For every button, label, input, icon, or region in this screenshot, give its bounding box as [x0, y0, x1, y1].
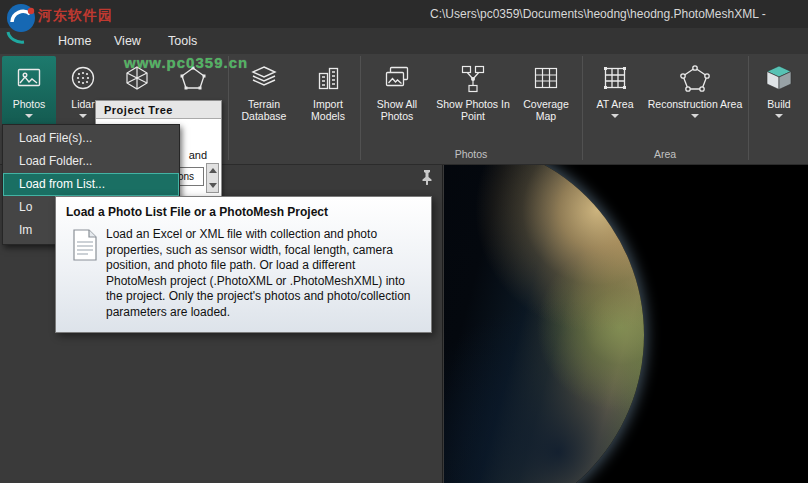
ribbon-button-import-models[interactable]: Import Models — [299, 56, 357, 140]
watermark-url-text: www.pc0359.cn — [124, 54, 248, 71]
photomesh-window: C:\Users\pc0359\Documents\heodng\heodng.… — [0, 0, 808, 483]
coverage-map-icon — [531, 63, 561, 93]
document-icon — [66, 227, 106, 320]
ribbon-button-reconstruction-area[interactable]: Reconstruction Area — [646, 56, 744, 140]
ribbon-separator — [360, 56, 361, 160]
chevron-down-icon — [611, 114, 619, 118]
project-tree-text-fragment: and — [189, 149, 207, 161]
build-cube-icon — [764, 63, 794, 93]
lidar-icon — [68, 63, 98, 93]
scroll-up-icon[interactable] — [209, 168, 217, 173]
ribbon-button-label: Build — [767, 98, 790, 110]
ribbon-button-label: Show All Photos — [364, 98, 430, 122]
ribbon-button-label: Coverage Map — [516, 98, 576, 122]
window-title: C:\Users\pc0359\Documents\heodng\heodng.… — [430, 7, 766, 21]
menu-item-load-files[interactable]: Load File(s)... — [3, 127, 179, 150]
tooltip-body: Load an Excel or XML file with collectio… — [106, 227, 418, 320]
ribbon-button-coverage-map[interactable]: Coverage Map — [516, 56, 576, 140]
globe-viewport[interactable] — [444, 165, 808, 483]
show-all-photos-icon — [382, 63, 412, 93]
ribbon-button-at-area[interactable]: AT Area — [588, 56, 642, 140]
ribbon-button-label: Import Models — [299, 98, 357, 122]
ribbon-group-label-area: Area — [584, 148, 746, 160]
ribbon-button-build[interactable]: Build — [753, 56, 805, 140]
menu-item-load-from-list[interactable]: Load from List... — [3, 173, 179, 196]
ribbon-button-show-photos-in-point[interactable]: Show Photos In Point — [434, 56, 512, 140]
ribbon-group-label-photos: Photos — [364, 148, 578, 160]
ribbon-button-label: Reconstruction Area — [648, 98, 743, 110]
chevron-down-icon — [691, 114, 699, 118]
ribbon-button-label: AT Area — [597, 98, 634, 110]
menu-item-load-folder[interactable]: Load Folder... — [3, 150, 179, 173]
ribbon-button-show-all-photos[interactable]: Show All Photos — [364, 56, 430, 140]
ribbon-button-photos[interactable]: Photos — [2, 56, 56, 126]
ribbon-button-label: Terrain Database — [233, 98, 295, 122]
terrain-database-icon — [249, 63, 279, 93]
watermark-logo — [4, 2, 42, 46]
ribbon-button-label: Lidar — [71, 98, 94, 110]
menubar: Home View Tools — [0, 28, 808, 54]
scroll-down-icon[interactable] — [209, 183, 217, 188]
reconstruction-area-icon — [680, 63, 710, 93]
import-models-icon — [313, 63, 343, 93]
tab-tools[interactable]: Tools — [168, 34, 197, 48]
tab-view[interactable]: View — [114, 34, 141, 48]
tooltip: Load a Photo List File or a PhotoMesh Pr… — [55, 196, 432, 333]
ribbon-button-label: Show Photos In Point — [434, 98, 512, 122]
pin-icon[interactable] — [420, 169, 434, 185]
earth-globe — [444, 165, 644, 483]
at-area-icon — [600, 63, 630, 93]
chevron-down-icon — [775, 114, 783, 118]
chevron-down-icon — [25, 114, 33, 118]
scrollbar[interactable] — [206, 163, 219, 193]
ribbon-separator — [228, 56, 229, 160]
watermark-site-text: 河东软件园 — [38, 7, 113, 25]
ribbon-separator — [748, 56, 749, 160]
tab-home[interactable]: Home — [58, 34, 91, 48]
titlebar: C:\Users\pc0359\Documents\heodng\heodng.… — [0, 0, 808, 28]
ribbon-separator — [582, 56, 583, 160]
chevron-down-icon — [79, 114, 87, 118]
show-photos-in-point-icon — [458, 63, 488, 93]
photos-icon — [14, 63, 44, 93]
tooltip-title: Load a Photo List File or a PhotoMesh Pr… — [66, 205, 421, 219]
ribbon-button-label: Photos — [13, 98, 46, 110]
project-tree-title: Project Tree — [96, 101, 221, 119]
